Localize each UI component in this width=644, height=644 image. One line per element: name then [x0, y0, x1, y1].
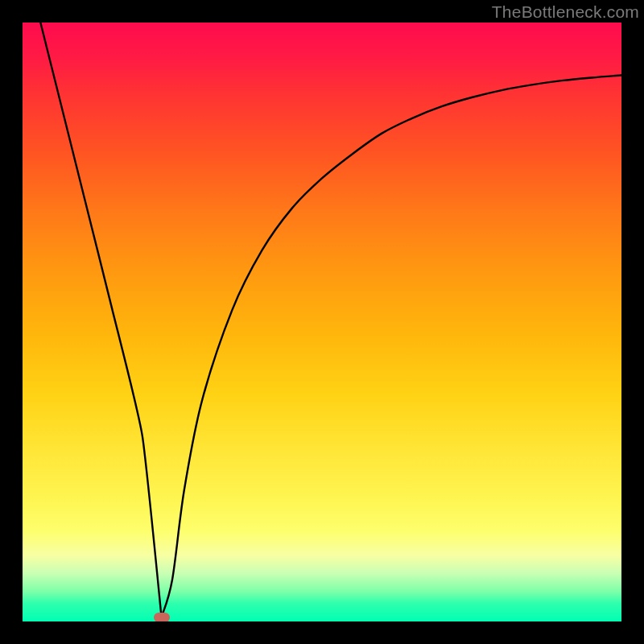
watermark-text: TheBottleneck.com [492, 2, 639, 22]
plot-area [23, 23, 621, 621]
optimum-marker [154, 613, 170, 621]
curve-line [40, 23, 621, 617]
chart-frame: TheBottleneck.com [0, 0, 644, 644]
bottleneck-curve [23, 23, 621, 621]
